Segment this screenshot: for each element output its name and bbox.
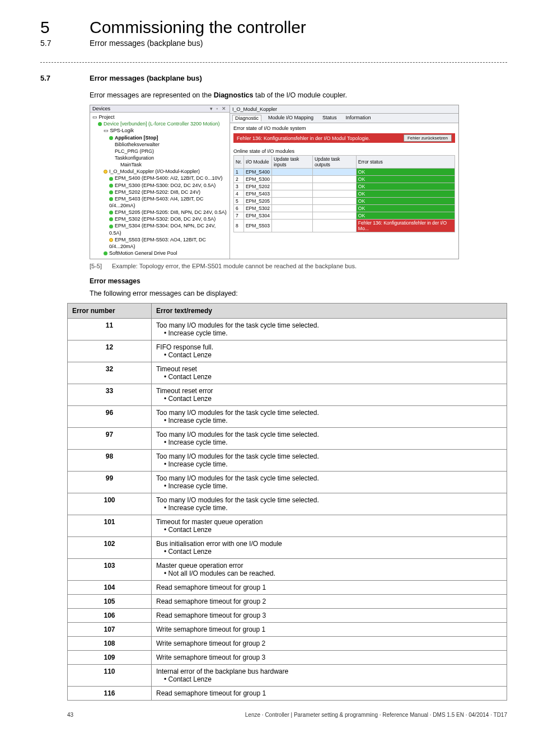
module-table-row: 8EPM_S503Fehler 136: Konfigurationsfehle… (234, 220, 455, 232)
error-table-row: 12FIFO response full.• Contact Lenze (68, 340, 507, 362)
section-title: Error messages (backplane bus) (90, 74, 202, 82)
module-table-cell: OK (356, 212, 455, 220)
tree-task-label: Taskkonfiguration (115, 155, 154, 161)
caption-number: [5-5] (90, 263, 112, 269)
module-table-cell: Fehler 136: Konfigurationsfehler in der … (356, 220, 455, 232)
error-text-cell: Too many I/O modules for the task cycle … (152, 319, 507, 340)
module-table-header: Update task inputs (271, 156, 312, 169)
error-number-cell: 110 (68, 665, 152, 687)
module-table-header: Error status (356, 156, 455, 169)
error-text-cell: Write semaphore timeout for group 3 (152, 651, 507, 665)
error-number-cell: 12 (68, 340, 152, 362)
tree-device: Device [verbunden] (L-force Controller 3… (92, 120, 228, 127)
tree-project: ▭ Project (92, 114, 228, 120)
editor-tab[interactable]: Diagnostic (232, 115, 261, 122)
error-text-cell: Bus initialisation error with one I/O mo… (152, 537, 507, 559)
file-tab: I_O_Modul_Koppler (232, 106, 277, 112)
error-text-cell: Too many I/O modules for the task cycle … (152, 472, 507, 493)
module-table-cell: OK (356, 205, 455, 212)
error-text-cell: Read semaphore timeout for group 1 (152, 581, 507, 595)
module-table-cell (312, 220, 356, 232)
devices-panel-title: Devices (92, 106, 110, 111)
error-banner: Fehler 136: Konfigurationsfehler in der … (233, 133, 455, 143)
tree-maintask-label: MainTask (120, 162, 142, 167)
subsection-title: Error messages (backplane bus) (90, 39, 203, 48)
module-table-cell: 3 (234, 183, 244, 190)
status-dot-icon (109, 184, 113, 188)
module-table-row: 2EPM_S300OK (234, 176, 455, 183)
module-table-row: 6EPM_S302OK (234, 205, 455, 212)
module-table-cell (271, 205, 312, 212)
editor-tab[interactable]: Module I/O Mapping (266, 115, 316, 122)
devices-panel-header: Devices ▾ ▫ ✕ (90, 105, 229, 113)
error-table: Error number Error text/remedy 11Too man… (67, 303, 507, 701)
error-table-row: 103Master queue operation error• Not all… (68, 559, 507, 581)
tree-lib-label: Bibliotheksverwalter (115, 142, 160, 147)
error-number-cell: 11 (68, 319, 152, 340)
error-number-cell: 101 (68, 515, 152, 537)
error-text-cell: Write semaphore timeout for group 1 (152, 623, 507, 637)
module-table-cell (271, 169, 312, 176)
error-table-col-text: Error text/remedy (152, 304, 507, 319)
error-table-row: 101Timeout for master queue operation• C… (68, 515, 507, 537)
module-table-cell: EPM_S300 (243, 176, 271, 183)
tree-maintask: MainTask (92, 161, 228, 168)
module-table-cell: 4 (234, 190, 244, 198)
module-table-cell: 6 (234, 205, 244, 212)
tree-application: Application [Stop] (92, 134, 228, 141)
error-table-row: 109Write semaphore timeout for group 3 (68, 651, 507, 665)
error-number-cell: 32 (68, 362, 152, 384)
error-number-cell: 107 (68, 623, 152, 637)
editor-tab[interactable]: Information (344, 115, 373, 122)
status-dot-icon (109, 225, 113, 228)
error-table-row: 11Too many I/O modules for the task cycl… (68, 319, 507, 340)
error-number-cell: 104 (68, 581, 152, 595)
footer-text: Lenze · Controller | Parameter setting &… (245, 712, 507, 718)
intro-text-post: tab of the I/O module coupler. (254, 91, 347, 99)
error-text-cell: Too many I/O modules for the task cycle … (152, 428, 507, 450)
module-table-cell (312, 176, 356, 183)
online-state-label: Online state of I/O modules (230, 146, 458, 155)
error-table-row: 116Read semaphore timeout for group 1 (68, 687, 507, 701)
status-dot-icon (109, 190, 113, 194)
module-table-cell: OK (356, 169, 455, 176)
error-state-label: Error state of I/O module system (230, 123, 458, 132)
error-text-cell: Write semaphore timeout for group 2 (152, 637, 507, 651)
module-table-header: Update task outputs (312, 156, 356, 169)
page-number: 43 (67, 712, 73, 718)
status-dot-icon (98, 122, 102, 126)
module-table-cell: EPM_S302 (243, 205, 271, 212)
module-table-cell: EPM_S503 (243, 220, 271, 232)
status-dot-icon (104, 251, 107, 255)
error-number-cell: 109 (68, 651, 152, 665)
editor-file-tabs: I_O_Modul_Koppler (230, 105, 458, 114)
module-table-cell: EPM_S202 (243, 183, 271, 190)
error-table-row: 100Too many I/O modules for the task cyc… (68, 493, 507, 515)
error-table-row: 97Too many I/O modules for the task cycl… (68, 428, 507, 450)
module-table-row: 7EPM_S304OK (234, 212, 455, 220)
tree-plc: PLC_PRG (PRG) (92, 148, 228, 155)
error-number-cell: 105 (68, 595, 152, 609)
module-table-cell: 8 (234, 220, 244, 232)
module-table-cell: OK (356, 198, 455, 205)
tree-taskconfig: Taskkonfiguration (92, 155, 228, 161)
module-table-cell: OK (356, 183, 455, 190)
error-table-row: 102Bus initialisation error with one I/O… (68, 537, 507, 559)
tree-module: EPM_S302 (EPM-S302: DO8, DC 24V, 0.5A) (92, 216, 228, 222)
caption-text: Example: Topology error, the EPM-S501 mo… (112, 263, 357, 269)
tree-project-label: Project (99, 114, 115, 120)
error-table-row: 110Internal error of the backplane bus h… (68, 665, 507, 687)
tree-softmotion: SoftMotion General Drive Pool (92, 250, 228, 256)
module-table-row: 3EPM_S202OK (234, 183, 455, 190)
status-dot-icon (109, 197, 113, 201)
tree-plc-label: PLC_PRG (PRG) (115, 148, 154, 154)
reset-errors-button[interactable]: Fehler zurücksetzen (404, 134, 452, 142)
error-table-row: 98Too many I/O modules for the task cycl… (68, 450, 507, 472)
editor-tab[interactable]: Status (320, 115, 339, 122)
error-table-row: 106Read semaphore timeout for group 3 (68, 609, 507, 623)
warning-dot-icon (109, 238, 113, 242)
module-table-cell: 1 (234, 169, 244, 176)
tree-module: EPM_S400 (EPM-S400: AI2, 12BIT, DC 0...1… (92, 175, 228, 181)
error-table-row: 32Timeout reset• Contact Lenze (68, 362, 507, 384)
error-text-cell: Read semaphore timeout for group 3 (152, 609, 507, 623)
